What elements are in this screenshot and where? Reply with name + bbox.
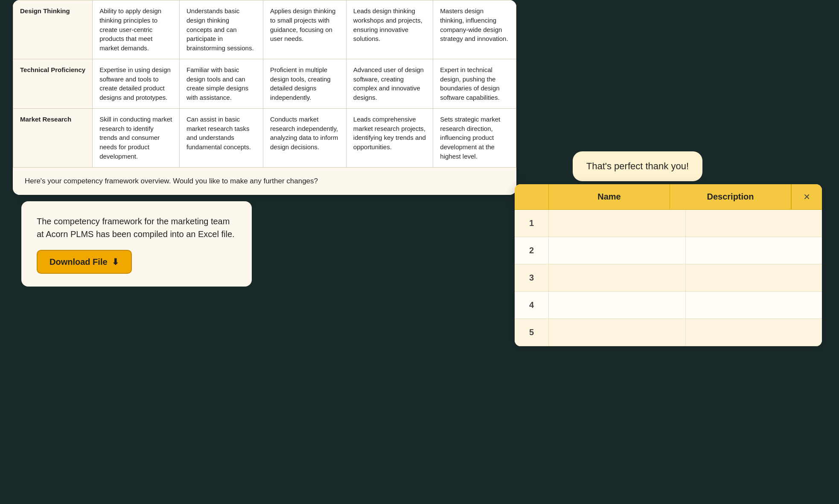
download-button-label: Download File [50,257,108,267]
skill-header-design-thinking: Design Thinking [13,0,93,59]
table-cell: Skill in conducting market research to i… [93,108,180,167]
table-cell: Masters design thinking, influencing com… [433,0,516,59]
excel-panel: Name Description × 1 2 3 4 5 [515,184,822,346]
excel-row-4: 4 [515,292,822,319]
table-cell: Familiar with basic design tools and can… [179,59,263,108]
excel-name-cell[interactable] [549,292,686,319]
assistant-message: Here's your competency framework overvie… [13,168,516,195]
table-cell: Sets strategic market research direction… [433,108,516,167]
excel-description-cell[interactable] [686,292,822,319]
download-icon: ⬇ [112,257,119,267]
table-cell: Understands basic design thinking concep… [179,0,263,59]
table-cell: Ability to apply design thinking princip… [93,0,180,59]
excel-row-1: 1 [515,210,822,237]
excel-row-2: 2 [515,237,822,264]
table-cell: Leads design thinking workshops and proj… [346,0,433,59]
table-cell: Conducts market research independently, … [263,108,346,167]
download-file-button[interactable]: Download File ⬇ [37,250,132,274]
competency-table: Design Thinking Ability to apply design … [13,0,516,168]
download-file-card: The competency framework for the marketi… [21,201,252,287]
excel-row-5: 5 [515,319,822,346]
skill-header-technical: Technical Proficiency [13,59,93,108]
user-bubble-text: That's perfect thank you! [586,161,689,171]
table-cell: Expert in technical design, pushing the … [433,59,516,108]
excel-header-row: Name Description × [515,184,822,210]
excel-header-num-cell [515,184,549,209]
table-cell: Advanced user of design software, creati… [346,59,433,108]
excel-row-num: 4 [515,292,549,319]
skill-header-market: Market Research [13,108,93,167]
table-row: Technical Proficiency Expertise in using… [13,59,516,108]
close-icon: × [804,190,810,203]
excel-row-num: 1 [515,210,549,237]
excel-header-description: Description [670,184,791,209]
excel-name-cell[interactable] [549,237,686,264]
excel-row-num: 3 [515,264,549,291]
table-cell: Leads comprehensive market research proj… [346,108,433,167]
table-row: Market Research Skill in conducting mark… [13,108,516,167]
competency-table-card: Design Thinking Ability to apply design … [13,0,516,195]
table-cell: Expertise in using design software and t… [93,59,180,108]
excel-description-cell[interactable] [686,210,822,237]
excel-description-cell[interactable] [686,237,822,264]
download-card-text: The competency framework for the marketi… [37,215,236,240]
excel-name-cell[interactable] [549,319,686,346]
excel-header-name: Name [549,184,670,209]
excel-row-num: 5 [515,319,549,346]
table-row: Design Thinking Ability to apply design … [13,0,516,59]
table-cell: Applies design thinking to small project… [263,0,346,59]
excel-close-button[interactable]: × [791,184,822,209]
excel-description-cell[interactable] [686,264,822,291]
excel-name-cell[interactable] [549,210,686,237]
excel-row-3: 3 [515,264,822,292]
excel-name-cell[interactable] [549,264,686,291]
table-cell: Can assist in basic market research task… [179,108,263,167]
excel-row-num: 2 [515,237,549,264]
excel-description-cell[interactable] [686,319,822,346]
table-cell: Proficient in multiple design tools, cre… [263,59,346,108]
user-chat-bubble: That's perfect thank you! [573,151,702,181]
